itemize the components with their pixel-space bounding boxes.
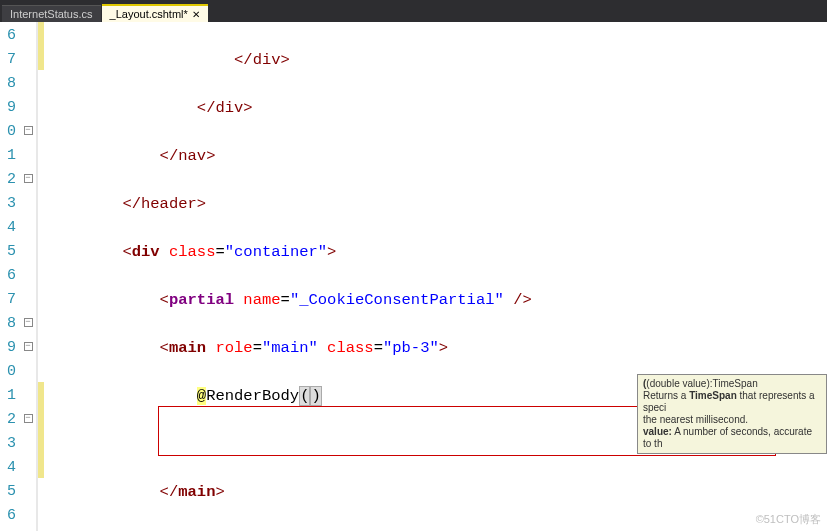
code-line: </div> xyxy=(48,48,827,72)
fold-icon[interactable]: − xyxy=(24,174,33,183)
code-editor[interactable]: 678 901 234 567 890 123 456 − − − − − </… xyxy=(0,22,827,531)
close-icon[interactable]: ✕ xyxy=(192,9,200,20)
code-area[interactable]: </div> </div> </nav> </header> <div clas… xyxy=(44,22,827,531)
code-line: <main role="main" class="pb-3"> xyxy=(48,336,827,360)
tab-internetstatus[interactable]: InternetStatus.cs xyxy=(2,5,101,22)
code-line: </div> xyxy=(48,96,827,120)
code-line: </nav> xyxy=(48,144,827,168)
line-number-gutter: 678 901 234 567 890 123 456 xyxy=(0,22,20,531)
intellisense-tooltip: ((double value):TimeSpan Returns a TimeS… xyxy=(637,374,827,454)
fold-icon[interactable]: − xyxy=(24,414,33,423)
fold-icon[interactable]: − xyxy=(24,126,33,135)
code-line: <partial name="_CookieConsentPartial" /> xyxy=(48,288,827,312)
tab-layout-cshtml[interactable]: _Layout.cshtml* ✕ xyxy=(102,4,208,22)
code-line: </main> xyxy=(48,480,827,504)
fold-column: − − − − − xyxy=(20,22,38,531)
watermark: ©51CTO博客 xyxy=(756,512,821,527)
tab-bar: InternetStatus.cs _Layout.cshtml* ✕ xyxy=(0,0,827,22)
fold-icon[interactable]: − xyxy=(24,318,33,327)
code-line: <div class="container"> xyxy=(48,240,827,264)
code-line: </header> xyxy=(48,192,827,216)
fold-icon[interactable]: − xyxy=(24,342,33,351)
